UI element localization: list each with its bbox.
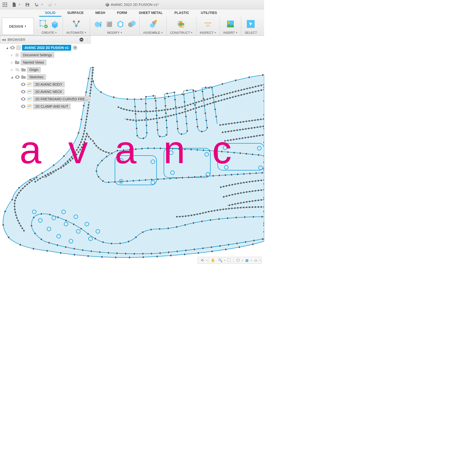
group-automate-label[interactable]: AUTOMATE ▼ — [66, 31, 86, 35]
viewport-icon[interactable]: ▭ — [252, 257, 259, 263]
svg-point-131 — [238, 90, 239, 92]
svg-point-220 — [132, 119, 134, 121]
eye-icon[interactable] — [20, 104, 26, 109]
save-icon[interactable] — [23, 1, 31, 9]
toggle-icon[interactable]: ▷ — [10, 61, 14, 64]
grid-apps-icon[interactable] — [1, 1, 9, 9]
eye-icon[interactable] — [15, 75, 20, 79]
svg-point-407 — [177, 128, 179, 130]
tab-solid[interactable]: SOLID — [39, 9, 61, 17]
redo-dropdown-icon[interactable]: ▼ — [54, 3, 58, 6]
file-dropdown-icon[interactable]: ▼ — [18, 3, 22, 6]
eye-icon[interactable] — [20, 89, 26, 94]
display-icon[interactable]: 🖵 — [235, 257, 241, 263]
tab-surface[interactable]: SURFACE — [61, 9, 89, 17]
toggle-icon[interactable]: ▷ — [10, 68, 14, 71]
svg-point-45 — [62, 210, 66, 214]
tree-sketch-item[interactable]: 2D AVANC NECK — [0, 88, 90, 95]
svg-point-373 — [179, 216, 181, 218]
toggle-icon[interactable]: ▷ — [10, 54, 14, 56]
browser-collapse-icon[interactable]: ◀◀ — [2, 38, 6, 41]
group-construct-label[interactable]: CONSTRUCT ▼ — [170, 31, 193, 35]
group-insert-label[interactable]: INSERT ▼ — [223, 31, 238, 35]
tab-utilities[interactable]: UTILITIES — [195, 9, 223, 17]
svg-point-358 — [222, 208, 224, 210]
shell-icon[interactable] — [116, 19, 125, 28]
svg-point-140 — [212, 97, 214, 99]
zoom-icon[interactable]: 🔍 — [217, 257, 223, 263]
svg-point-84 — [263, 224, 264, 226]
svg-point-439 — [231, 122, 233, 124]
fit-icon[interactable]: ⛶ — [225, 257, 232, 263]
svg-point-385 — [145, 110, 147, 112]
toggle-icon[interactable]: ◢ — [10, 76, 14, 79]
tree-docsettings[interactable]: ▷ Document Settings — [0, 51, 90, 59]
tree-origin-label: Origin — [27, 67, 41, 73]
eye-icon[interactable] — [20, 97, 26, 101]
tree-namedviews[interactable]: ▷ Named Views — [0, 59, 90, 66]
svg-point-92 — [263, 114, 264, 116]
svg-point-394 — [159, 136, 161, 137]
tree-origin[interactable]: ▷ Origin — [0, 66, 90, 73]
eye-icon[interactable] — [20, 82, 26, 86]
file-icon[interactable] — [10, 1, 18, 9]
construct-icon[interactable] — [177, 19, 186, 28]
browser-header: ◀◀ BROWSER ⋮ — [0, 36, 90, 44]
fillet-icon[interactable] — [105, 19, 114, 28]
press-pull-icon[interactable] — [93, 19, 102, 28]
group-assemble-label[interactable]: ASSEMBLE ▼ — [143, 31, 163, 35]
svg-point-573 — [22, 187, 24, 189]
toggle-icon[interactable]: ◢ — [5, 47, 9, 49]
svg-point-270 — [196, 149, 198, 151]
redo-icon[interactable] — [46, 1, 54, 9]
group-inspect-label[interactable]: INSPECT ▼ — [200, 31, 216, 35]
group-create-label[interactable]: CREATE ▼ — [42, 31, 57, 35]
eye-off-icon[interactable] — [15, 68, 20, 72]
eye-icon[interactable] — [10, 46, 15, 50]
svg-point-506 — [234, 193, 236, 195]
tab-form[interactable]: FORM — [111, 9, 133, 17]
svg-point-99 — [208, 87, 210, 89]
automate-icon[interactable] — [72, 19, 81, 28]
tab-mesh[interactable]: MESH — [89, 9, 111, 17]
tree-sketch-item[interactable]: 2D CLAMP AND NUT — [0, 103, 90, 110]
orbit-icon[interactable]: ⟲ — [199, 257, 206, 263]
svg-point-510 — [223, 196, 225, 198]
svg-point-68 — [60, 252, 62, 254]
group-select-label[interactable]: SELECT — [245, 31, 257, 35]
tab-sheetmetal[interactable]: SHEET METAL — [133, 9, 169, 17]
inspect-icon[interactable] — [204, 19, 212, 28]
svg-point-232 — [114, 181, 116, 183]
svg-point-25 — [228, 21, 230, 23]
grid-view-icon[interactable]: ▦ — [243, 257, 250, 263]
create-sketch-icon[interactable] — [39, 19, 48, 28]
browser-menu-icon[interactable]: ⋮ — [85, 38, 89, 42]
undo-dropdown-icon[interactable]: ▼ — [41, 3, 45, 6]
svg-point-236 — [138, 179, 140, 181]
select-icon[interactable] — [246, 19, 255, 28]
assemble-icon[interactable] — [149, 19, 157, 28]
tree-sketch-item[interactable]: 2D AVANC BODY — [0, 81, 90, 88]
svg-rect-4 — [4, 4, 5, 5]
minimize-icon[interactable] — [80, 38, 84, 42]
pan-icon[interactable]: ✋ — [209, 257, 216, 263]
svg-point-148 — [189, 103, 191, 105]
svg-point-244 — [187, 176, 189, 178]
tree-sketch-item[interactable]: 2D FRETBOARD CURVED FRE... — [0, 95, 90, 103]
create-box-icon[interactable] — [51, 19, 59, 28]
workspace-button[interactable]: DESIGN ▼ — [2, 17, 34, 35]
svg-point-433 — [214, 108, 216, 110]
svg-point-313 — [202, 247, 204, 249]
svg-point-626 — [37, 179, 39, 181]
group-modify-label[interactable]: MODIFY ▼ — [107, 31, 122, 35]
tree-root[interactable]: ◢ AVANC 2022 2D FUSION v1 — [0, 44, 90, 51]
insert-icon[interactable] — [226, 19, 235, 28]
active-radio-icon[interactable] — [73, 46, 77, 50]
tree-sketches[interactable]: ◢ Sketches — [0, 73, 90, 81]
svg-point-279 — [141, 148, 143, 150]
combine-icon[interactable] — [127, 19, 136, 28]
undo-icon[interactable] — [33, 1, 41, 9]
svg-point-229 — [98, 176, 100, 178]
group-construct: CONSTRUCT ▼ — [167, 17, 196, 35]
tab-plastic[interactable]: PLASTIC — [169, 9, 195, 17]
